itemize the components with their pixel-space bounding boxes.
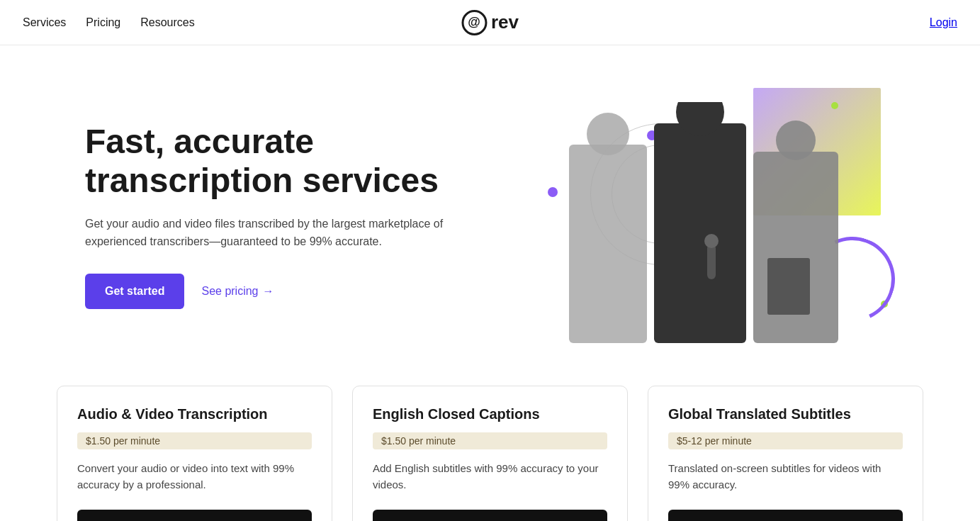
hero-title: Fast, accurate transcription services [85, 122, 454, 200]
card-2-desc: Add English subtitles with 99% accuracy … [373, 461, 607, 493]
svg-rect-4 [707, 244, 716, 279]
card-1-title: Audio & Video Transcription [77, 406, 312, 422]
nav-right: Login [930, 16, 957, 29]
card-3-price: $5-12 per minute [668, 432, 903, 449]
nav-login[interactable]: Login [930, 16, 957, 28]
card-2-order-button[interactable]: Place your order [373, 510, 607, 521]
hero-section: Fast, accurate transcription services Ge… [0, 45, 980, 371]
nav-resources[interactable]: Resources [140, 16, 194, 29]
card-3-title: Global Translated Subtitles [668, 406, 903, 422]
svg-point-7 [776, 121, 816, 160]
nav-pricing[interactable]: Pricing [86, 16, 120, 29]
see-pricing-text: See pricing [201, 285, 258, 298]
people-svg [555, 102, 852, 343]
hero-text-block: Fast, accurate transcription services Ge… [85, 122, 454, 309]
card-1-order-button[interactable]: Place your order [77, 510, 312, 521]
card-3-order-button[interactable]: Place your order [668, 510, 903, 521]
svg-point-1 [587, 113, 629, 155]
svg-point-5 [704, 234, 719, 248]
hero-buttons: Get started See pricing → [85, 274, 454, 309]
see-pricing-link[interactable]: See pricing → [201, 285, 274, 298]
nav-left: Services Pricing Resources [23, 16, 195, 29]
logo-at-symbol: @ [461, 10, 487, 35]
arrow-icon: → [263, 285, 274, 298]
card-2-price: $1.50 per minute [373, 432, 607, 449]
svg-rect-0 [569, 145, 647, 343]
card-global-translated-subtitles: Global Translated Subtitles $5-12 per mi… [648, 386, 923, 521]
nav-services[interactable]: Services [23, 16, 66, 29]
card-3-desc: Translated on-screen subtitles for video… [668, 461, 903, 493]
card-2-title: English Closed Captions [373, 406, 607, 422]
logo-text: rev [491, 11, 519, 33]
card-human-transcription: Audio & Video Transcription $1.50 per mi… [57, 386, 332, 521]
svg-rect-8 [767, 258, 810, 315]
hero-description: Get your audio and video files transcrib… [85, 215, 454, 251]
hero-visual [541, 88, 895, 343]
navbar: Services Pricing Resources @ rev Login [0, 0, 980, 45]
cards-section: Audio & Video Transcription $1.50 per mi… [0, 371, 980, 521]
get-started-button[interactable]: Get started [85, 274, 184, 309]
card-1-desc: Convert your audio or video into text wi… [77, 461, 312, 493]
nav-logo[interactable]: @ rev [461, 10, 519, 35]
card-1-price: $1.50 per minute [77, 432, 312, 449]
card-english-closed-captions: English Closed Captions $1.50 per minute… [352, 386, 628, 521]
svg-rect-2 [654, 123, 746, 343]
